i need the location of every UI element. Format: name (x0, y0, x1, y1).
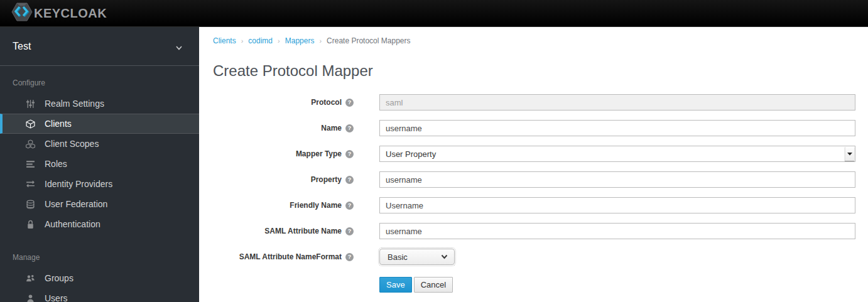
logo-wordmark: KEYCLOAK (34, 6, 107, 21)
breadcrumb: Clients › codimd › Mappers › Create Prot… (199, 27, 868, 45)
user-icon (26, 294, 35, 302)
list-icon (26, 159, 35, 169)
sidebar-item-label: Authentication (45, 219, 100, 229)
sidebar-item-label: Roles (45, 159, 67, 169)
chevron-down-icon (441, 254, 448, 259)
sidebar-item-groups[interactable]: Groups (0, 268, 199, 288)
form-row-name: Name ? (199, 120, 868, 136)
help-icon[interactable]: ? (345, 150, 354, 158)
main-content: Clients › codimd › Mappers › Create Prot… (199, 27, 868, 302)
cube-icon (26, 119, 35, 129)
saml-attribute-name-label: SAML Attribute Name (264, 227, 342, 235)
sidebar-item-label: Client Scopes (45, 139, 99, 149)
mapper-type-select[interactable]: User Property (379, 146, 855, 162)
form-row-saml-attribute-name: SAML Attribute Name ? (199, 223, 868, 239)
keycloak-hexagon-icon (11, 3, 33, 24)
group-icon (26, 274, 35, 283)
sidebar-item-clients[interactable]: Clients (0, 114, 199, 134)
saml-attribute-name-input[interactable] (379, 223, 855, 239)
friendly-name-input[interactable] (379, 197, 855, 213)
help-icon[interactable]: ? (345, 202, 354, 210)
sidebar: Test Configure Realm Settings Clients (0, 27, 199, 302)
help-icon[interactable]: ? (345, 253, 354, 261)
breadcrumb-separator: › (241, 37, 244, 45)
help-icon[interactable]: ? (345, 227, 354, 235)
sidebar-item-realm-settings[interactable]: Realm Settings (0, 94, 199, 114)
help-icon[interactable]: ? (345, 124, 354, 132)
sidebar-item-label: Realm Settings (45, 99, 104, 109)
sidebar-nav: Configure Realm Settings Clients Client … (0, 66, 199, 302)
create-mapper-form: Protocol ? Name ? Mapp (199, 94, 868, 293)
form-row-friendly-name: Friendly Name ? (199, 197, 868, 213)
sidebar-item-identity-providers[interactable]: Identity Providers (0, 174, 199, 194)
form-row-protocol: Protocol ? (199, 94, 868, 111)
sidebar-item-label: Clients (45, 119, 72, 129)
keycloak-admin-console: KEYCLOAK Test Configure Realm Settings (0, 0, 868, 302)
saml-attribute-nameformat-label: SAML Attribute NameFormat (239, 252, 342, 261)
mapper-type-value: User Property (386, 149, 436, 159)
lock-icon (26, 220, 35, 229)
help-icon[interactable]: ? (345, 176, 354, 184)
help-icon[interactable]: ? (345, 99, 354, 107)
sidebar-item-authentication[interactable]: Authentication (0, 214, 199, 234)
property-input[interactable] (379, 171, 855, 188)
dropdown-arrow-icon (845, 147, 854, 161)
breadcrumb-link-mappers[interactable]: Mappers (285, 36, 315, 45)
breadcrumb-separator: › (278, 37, 280, 45)
sidebar-item-label: Users (45, 293, 68, 302)
friendly-name-label: Friendly Name (290, 201, 342, 210)
name-label: Name (321, 124, 342, 132)
sidebar-item-roles[interactable]: Roles (0, 154, 199, 174)
sidebar-item-users[interactable]: Users (0, 288, 199, 302)
database-icon (26, 200, 35, 209)
protocol-label: Protocol (311, 98, 342, 107)
sliders-icon (26, 99, 35, 109)
realm-selector[interactable]: Test (0, 27, 199, 66)
exchange-arrows-icon (26, 180, 35, 189)
form-row-property: Property ? (199, 171, 868, 188)
sidebar-item-label: User Federation (45, 199, 107, 209)
section-label-configure: Configure (0, 75, 199, 94)
breadcrumb-current: Create Protocol Mappers (327, 36, 410, 45)
form-buttons: Save Cancel (199, 277, 868, 293)
chevron-down-icon (175, 43, 183, 50)
saml-attribute-nameformat-select[interactable]: Basic (379, 249, 455, 265)
nameformat-value: Basic (388, 252, 408, 262)
page-title: Create Protocol Mapper (213, 62, 868, 80)
name-input[interactable] (379, 120, 855, 136)
form-row-saml-attribute-nameformat: SAML Attribute NameFormat ? Basic (199, 249, 868, 265)
breadcrumb-link-clients[interactable]: Clients (213, 36, 236, 45)
section-label-manage: Manage (0, 249, 199, 268)
save-button[interactable]: Save (379, 277, 412, 293)
protocol-input (379, 94, 855, 111)
sidebar-item-label: Groups (45, 273, 73, 283)
keycloak-logo[interactable]: KEYCLOAK (11, 3, 107, 24)
breadcrumb-separator: › (319, 37, 322, 45)
sidebar-item-client-scopes[interactable]: Client Scopes (0, 134, 199, 154)
form-row-mapper-type: Mapper Type ? User Property (199, 146, 868, 162)
cancel-button[interactable]: Cancel (414, 277, 453, 293)
mapper-type-label: Mapper Type (296, 149, 342, 158)
property-label: Property (311, 175, 342, 184)
sidebar-item-label: Identity Providers (45, 179, 112, 189)
top-header: KEYCLOAK (0, 0, 868, 27)
breadcrumb-link-codimd[interactable]: codimd (248, 36, 273, 45)
realm-name: Test (13, 41, 31, 52)
sidebar-item-user-federation[interactable]: User Federation (0, 194, 199, 214)
cubes-icon (26, 139, 35, 149)
